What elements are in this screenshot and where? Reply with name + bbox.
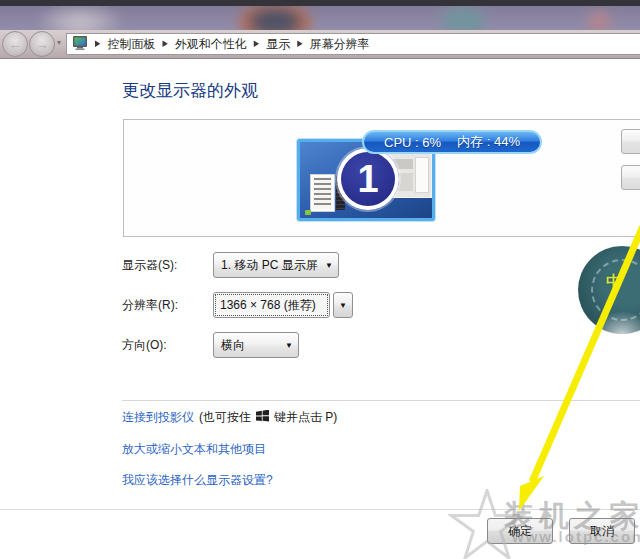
orientation-select-value: 横向: [214, 337, 280, 354]
taskbar-dot: [305, 210, 311, 215]
identify-button-cutoff[interactable]: [621, 165, 640, 190]
display-settings-icon: [72, 36, 88, 53]
chevron-down-icon[interactable]: ▼: [333, 292, 353, 318]
projector-hint-pre: (也可按住: [199, 409, 251, 426]
resolution-select-value[interactable]: 1366 × 768 (推荐): [213, 292, 330, 318]
breadcrumb-item-appearance[interactable]: 外观和个性化: [175, 36, 247, 53]
footer-divider: [0, 509, 640, 510]
logo-glyph: 中: [606, 272, 622, 293]
desktop-document-thumbnail: [310, 174, 335, 212]
cpu-usage-label: CPU : 6%: [384, 135, 441, 150]
cancel-button[interactable]: 取消: [569, 518, 635, 544]
windows-key-icon: [256, 410, 269, 425]
address-bar: ← → ▾ ▶ 控制面板 ▶ 外观和个性化 ▶ 显示 ▶ 屏幕分辨率: [0, 30, 640, 59]
blurred-desktop-icon: [40, 6, 120, 30]
projector-hint-post: 键并点击 P): [274, 409, 337, 426]
watermark-layer: 装机之家 www.lotpc.com: [0, 0, 640, 559]
forward-button[interactable]: →: [29, 31, 55, 57]
section-divider: [122, 400, 640, 401]
monitor-number: 1: [357, 160, 378, 198]
address-breadcrumb-field[interactable]: ▶ 控制面板 ▶ 外观和个性化 ▶ 显示 ▶ 屏幕分辨率: [66, 33, 640, 55]
magnify-text-link[interactable]: 放大或缩小文本和其他项目: [122, 441, 266, 458]
chevron-down-icon: ▼: [320, 261, 338, 270]
resolution-select[interactable]: 1366 × 768 (推荐) ▼: [213, 292, 353, 318]
resolution-label: 分辨率(R):: [122, 297, 178, 314]
orientation-select[interactable]: 横向 ▼: [213, 332, 299, 358]
page-title: 更改显示器的外观: [122, 79, 258, 102]
orientation-label: 方向(O):: [122, 337, 167, 354]
window-top-edge: [0, 0, 640, 6]
memory-usage-label: 内存 : 44%: [457, 133, 520, 151]
display-select-value: 1. 移动 PC 显示屏: [214, 257, 320, 274]
breadcrumb-separator-icon: ▶: [297, 39, 302, 49]
ok-button[interactable]: 确定: [487, 518, 553, 544]
breadcrumb-separator-icon: ▶: [254, 39, 259, 49]
breadcrumb-separator-icon: ▶: [95, 39, 100, 49]
which-display-settings-link[interactable]: 我应该选择什么显示器设置?: [122, 472, 273, 489]
back-arrow-icon: ←: [9, 37, 22, 52]
cpu-memory-overlay: CPU : 6% 内存 : 44%: [362, 130, 542, 154]
recent-pages-dropdown-icon[interactable]: ▾: [57, 38, 61, 47]
detect-button-cutoff[interactable]: [621, 129, 640, 154]
screen-resolution-window: ← → ▾ ▶ 控制面板 ▶ 外观和个性化 ▶ 显示 ▶ 屏幕分辨率 更改显示器…: [0, 0, 640, 559]
breadcrumb-item-screen-resolution[interactable]: 屏幕分辨率: [310, 36, 370, 53]
blurred-desktop-icon: [586, 10, 612, 30]
forward-arrow-icon: →: [36, 37, 49, 52]
annotation-arrow: [0, 0, 640, 559]
monitor-number-badge: 1: [337, 148, 399, 210]
blurred-desktop-icon: [438, 4, 488, 30]
logo-shine: [586, 308, 640, 334]
breadcrumb-separator-icon: ▶: [162, 39, 167, 49]
chevron-down-icon: ▼: [280, 341, 298, 350]
window-titlebar: [0, 0, 640, 30]
blurred-desktop-icon: [238, 2, 312, 30]
connect-projector-link[interactable]: 连接到投影仪: [122, 409, 194, 426]
back-button[interactable]: ←: [2, 31, 28, 57]
display-label: 显示器(S):: [122, 257, 177, 274]
display-select[interactable]: 1. 移动 PC 显示屏 ▼: [213, 252, 339, 278]
breadcrumb-item-display[interactable]: 显示: [266, 36, 290, 53]
breadcrumb-item-control-panel[interactable]: 控制面板: [107, 36, 155, 53]
site-logo-badge: 中: [578, 246, 640, 334]
